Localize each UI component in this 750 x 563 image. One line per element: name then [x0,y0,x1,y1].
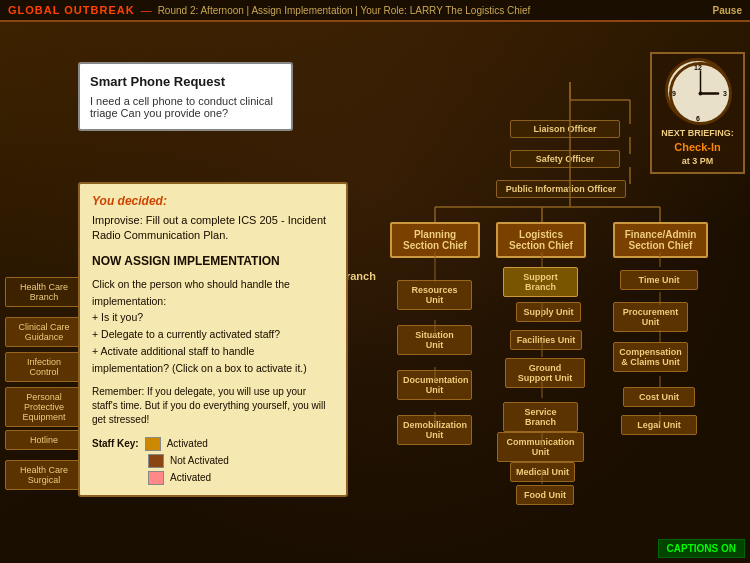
topbar-left: GLOBAL OUTBREAK — Round 2: Afternoon | A… [8,4,530,16]
compensation-claims-unit-node[interactable]: Compensation& Claims Unit [613,342,688,372]
liaison-officer-node[interactable]: Liaison Officer [510,120,620,138]
next-briefing: NEXT BRIEFING: Check-In at 3 PM [656,127,739,168]
clinical-care-guidance-node[interactable]: Clinical CareGuidance [5,317,83,347]
remember-text: Remember: If you delegate, you will use … [92,385,334,427]
not-activated-label: Not Activated [170,455,229,466]
time-unit-node[interactable]: Time Unit [620,270,698,290]
next-briefing-label: NEXT BRIEFING: [661,128,734,138]
activated-pink-row: Activated [92,471,334,485]
request-body: I need a cell phone to conduct clinical … [90,95,281,119]
time-label: 3 PM [692,156,713,166]
captions-button[interactable]: CAPTIONS ON [658,539,745,558]
planning-section-chief-node[interactable]: PlanningSection Chief [390,222,480,258]
communication-unit-node[interactable]: Communication Unit [497,432,584,462]
infection-control-node[interactable]: InfectionControl [5,352,83,382]
main-area: Liaison Officer Safety Officer Public In… [0,22,750,563]
cost-unit-node[interactable]: Cost Unit [623,387,695,407]
decision-panel: You decided: Improvise: Fill out a compl… [78,182,348,497]
svg-text:9: 9 [672,90,676,97]
public-info-officer-node[interactable]: Public Information Officer [496,180,626,198]
logistics-section-chief-node[interactable]: LogisticsSection Chief [496,222,586,258]
situation-unit-node[interactable]: SituationUnit [397,325,472,355]
not-activated-swatch [148,454,164,468]
facilities-unit-node[interactable]: Facilities Unit [510,330,582,350]
hotline-node[interactable]: Hotline [5,430,83,450]
decision-text: Improvise: Fill out a complete ICS 205 -… [92,213,334,244]
staff-key-row: Staff Key: Activated [92,437,334,451]
svg-text:3: 3 [723,90,727,97]
medical-unit-node[interactable]: Medical Unit [510,462,575,482]
staff-key-label: Staff Key: [92,438,139,449]
svg-text:6: 6 [696,115,700,122]
service-branch-node[interactable]: ServiceBranch [503,402,578,432]
assign-header: NOW ASSIGN IMPLEMENTATION [92,254,334,268]
support-branch-node[interactable]: SupportBranch [503,267,578,297]
activated-label: Activated [170,472,211,483]
not-activated-row: Not Activated [92,454,334,468]
assign-body: Click on the person who should handle th… [92,276,334,377]
clock-face: 12 3 6 9 [665,58,730,123]
pause-button[interactable]: Pause [713,5,742,16]
resources-unit-node[interactable]: ResourcesUnit [397,280,472,310]
documentation-unit-node[interactable]: DocumentationUnit [397,370,472,400]
demobilization-unit-node[interactable]: DemobilizationUnit [397,415,472,445]
supply-unit-node[interactable]: Supply Unit [516,302,581,322]
svg-point-33 [699,92,703,96]
topbar-info: Round 2: Afternoon | Assign Implementati… [158,5,531,16]
request-panel: Smart Phone Request I need a cell phone … [78,62,293,131]
finance-admin-section-chief-node[interactable]: Finance/AdminSection Chief [613,222,708,258]
personal-protective-equipment-node[interactable]: PersonalProtectiveEquipment [5,387,83,427]
health-care-surgical-node[interactable]: Health CareSurgical [5,460,83,490]
svg-text:12: 12 [694,64,702,71]
at-label: at [682,156,690,166]
activated-box-swatch [145,437,161,451]
clock-container: 12 3 6 9 NEXT BRIEFING: Check-In at 3 PM [650,52,745,174]
activated-pink-swatch [148,471,164,485]
health-care-branch-node[interactable]: Health CareBranch [5,277,83,307]
topbar-separator: — [141,4,152,16]
app-title: GLOBAL OUTBREAK [8,4,135,16]
legal-unit-node[interactable]: Legal Unit [621,415,697,435]
topbar: GLOBAL OUTBREAK — Round 2: Afternoon | A… [0,0,750,22]
activated-box-label: Activated [167,438,208,449]
ground-support-unit-node[interactable]: GroundSupport Unit [505,358,585,388]
procurement-unit-node[interactable]: ProcurementUnit [613,302,688,332]
checkin-label: Check-In [674,141,720,153]
request-title: Smart Phone Request [90,74,281,89]
safety-officer-node[interactable]: Safety Officer [510,150,620,168]
staff-key: Staff Key: Activated Not Activated Activ… [92,437,334,485]
food-unit-node[interactable]: Food Unit [516,485,574,505]
you-decided-label: You decided: [92,194,334,208]
